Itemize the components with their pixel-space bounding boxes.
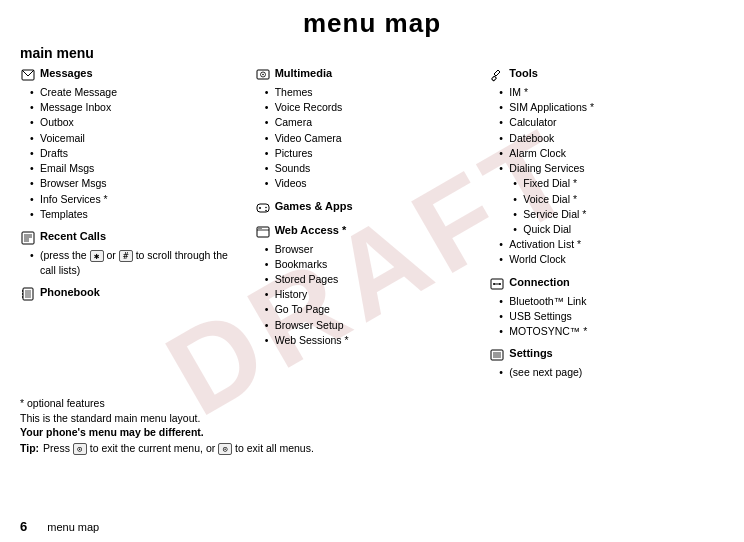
list-item: Voicemail: [40, 131, 245, 146]
phone-icon: [20, 230, 36, 246]
tools-group: Tools IM * SIM Applications * Calculator…: [489, 67, 714, 268]
svg-point-30: [499, 283, 501, 285]
list-item: Message Inbox: [40, 100, 245, 115]
svg-point-29: [493, 283, 495, 285]
list-item: Bookmarks: [275, 257, 480, 272]
optional-note: * optional features: [20, 397, 724, 409]
list-item: World Clock: [509, 252, 714, 267]
list-item: Web Sessions *: [275, 333, 480, 348]
list-item: Email Msgs: [40, 161, 245, 176]
footer-area: * optional features This is the standard…: [20, 397, 724, 455]
list-item: USB Settings: [509, 309, 714, 324]
page-label: menu map: [47, 521, 99, 533]
menu-key-1: ⊙: [73, 443, 87, 455]
column-1: Messages Create Message Message Inbox Ou…: [20, 67, 255, 310]
dialing-services-sub-items: Fixed Dial * Voice Dial * Service Dial *…: [509, 176, 714, 237]
list-item: Browser Msgs: [40, 176, 245, 191]
list-item: Info Services *: [40, 192, 245, 207]
list-item: Fixed Dial *: [523, 176, 714, 191]
list-item: Video Camera: [275, 131, 480, 146]
list-item: Browser: [275, 242, 480, 257]
multimedia-header: Multimedia: [255, 67, 480, 83]
list-item: Datebook: [509, 131, 714, 146]
web-access-title: Web Access *: [275, 224, 347, 236]
list-item: Create Message: [40, 85, 245, 100]
list-item: Pictures: [275, 146, 480, 161]
web-access-header: Web Access *: [255, 224, 480, 240]
connection-header: Connection: [489, 276, 714, 292]
connection-group: Connection Bluetooth™ Link USB Settings …: [489, 276, 714, 340]
connection-title: Connection: [509, 276, 570, 288]
page-number: 6: [20, 519, 27, 534]
recent-calls-header: Recent Calls: [20, 230, 245, 246]
standard-note: This is the standard main menu layout.: [20, 412, 724, 424]
svg-point-16: [262, 74, 264, 76]
svg-rect-26: [492, 76, 497, 81]
phonebook-icon: [20, 286, 36, 302]
menu-key-2: ⊙: [218, 443, 232, 455]
list-item: Camera: [275, 115, 480, 130]
messages-header: Messages: [20, 67, 245, 83]
list-item: Quick Dial: [523, 222, 714, 237]
svg-point-24: [258, 227, 259, 228]
list-item: (see next page): [509, 365, 714, 380]
list-item: Drafts: [40, 146, 245, 161]
svg-rect-17: [257, 204, 269, 212]
list-item: Go To Page: [275, 302, 480, 317]
list-item: Voice Records: [275, 100, 480, 115]
list-item: Stored Pages: [275, 272, 480, 287]
messages-title: Messages: [40, 67, 93, 79]
web-access-items: Browser Bookmarks Stored Pages History G…: [255, 242, 480, 349]
connection-items: Bluetooth™ Link USB Settings MOTOSYNC™ *: [489, 294, 714, 340]
connection-icon: [489, 276, 505, 292]
svg-rect-6: [23, 288, 33, 300]
tools-title: Tools: [509, 67, 538, 79]
svg-point-25: [260, 227, 261, 228]
list-item: Service Dial *: [523, 207, 714, 222]
tip-box: Tip: Press ⊙ to exit the current menu, o…: [20, 442, 724, 455]
settings-icon: [489, 347, 505, 363]
page-content: menu map main menu Messages Create M: [0, 0, 744, 463]
multimedia-items: Themes Voice Records Camera Video Camera…: [255, 85, 480, 192]
list-item: Dialing Services Fixed Dial * Voice Dial…: [509, 161, 714, 237]
games-apps-title: Games & Apps: [275, 200, 353, 212]
phonebook-title: Phonebook: [40, 286, 100, 298]
multimedia-group: Multimedia Themes Voice Records Camera V…: [255, 67, 480, 192]
tools-items: IM * SIM Applications * Calculator Dateb…: [489, 85, 714, 268]
multimedia-title: Multimedia: [275, 67, 332, 79]
list-item: IM *: [509, 85, 714, 100]
list-item: (press the ✱ or # to scroll through the …: [40, 248, 245, 278]
multimedia-icon: [255, 67, 271, 83]
recent-calls-group: Recent Calls (press the ✱ or # to scroll…: [20, 230, 245, 278]
list-item: Activation List *: [509, 237, 714, 252]
list-item: Browser Setup: [275, 318, 480, 333]
list-item: MOTOSYNC™ *: [509, 324, 714, 339]
section-header: main menu: [20, 45, 724, 61]
tip-text: Press ⊙ to exit the current menu, or ⊙ t…: [43, 442, 314, 455]
list-item: Bluetooth™ Link: [509, 294, 714, 309]
page-title: menu map: [20, 8, 724, 39]
column-3: Tools IM * SIM Applications * Calculator…: [489, 67, 724, 389]
settings-title: Settings: [509, 347, 552, 359]
recent-calls-items: (press the ✱ or # to scroll through the …: [20, 248, 245, 278]
web-access-group: Web Access * Browser Bookmarks Stored Pa…: [255, 224, 480, 349]
list-item: Voice Dial *: [523, 192, 714, 207]
list-item: Alarm Clock: [509, 146, 714, 161]
column-2: Multimedia Themes Voice Records Camera V…: [255, 67, 490, 356]
list-item: Calculator: [509, 115, 714, 130]
list-item: Templates: [40, 207, 245, 222]
svg-point-21: [265, 209, 267, 211]
bold-note: Your phone's menu may be different.: [20, 426, 724, 438]
phonebook-group: Phonebook: [20, 286, 245, 302]
list-item: History: [275, 287, 480, 302]
svg-rect-1: [22, 232, 34, 244]
recent-calls-title: Recent Calls: [40, 230, 106, 242]
tools-icon: [489, 67, 505, 83]
games-apps-header: Games & Apps: [255, 200, 480, 216]
games-icon: [255, 200, 271, 216]
messages-group: Messages Create Message Message Inbox Ou…: [20, 67, 245, 222]
games-apps-group: Games & Apps: [255, 200, 480, 216]
list-item: SIM Applications *: [509, 100, 714, 115]
hash-key: #: [119, 250, 133, 262]
svg-point-20: [265, 206, 267, 208]
